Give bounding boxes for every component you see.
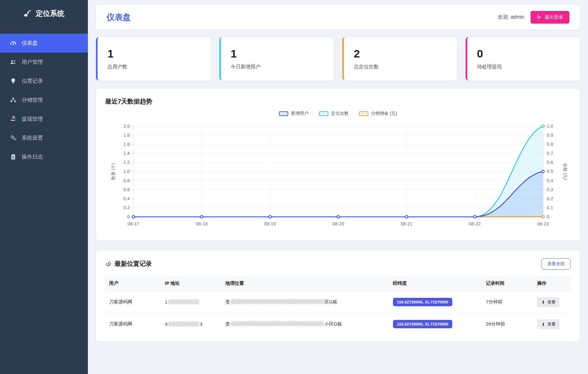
legend-swatch bbox=[319, 111, 328, 116]
svg-text:0.8: 0.8 bbox=[547, 142, 553, 147]
redacted-blur bbox=[230, 299, 324, 304]
records-table-body: 刀客源码网1贵区G栋116.52720000, 31.715700007分钟前查… bbox=[105, 291, 571, 335]
stat-value: 1 bbox=[107, 48, 201, 60]
trend-chart-svg: 000.20.10.40.20.60.30.80.41.00.51.20.61.… bbox=[105, 119, 571, 235]
coords-badge: 116.52720000, 31.71570000 bbox=[393, 298, 453, 306]
view-icon bbox=[541, 300, 545, 304]
records-table: 用户IP 地址地理位置经纬度记录时间操作 刀客源码网1贵区G栋116.52720… bbox=[105, 276, 571, 335]
redacted-blur bbox=[168, 321, 199, 326]
svg-text:08-18: 08-18 bbox=[196, 221, 208, 226]
sidebar-item-7[interactable]: 操作日志 bbox=[0, 147, 88, 166]
stat-card-1: 1总用户数 bbox=[96, 37, 211, 81]
page-title: 仪表盘 bbox=[107, 12, 131, 23]
ip-cell: 1 bbox=[161, 291, 222, 313]
svg-text:0.7: 0.7 bbox=[547, 151, 553, 156]
records-title: 最新位置记录 bbox=[105, 260, 152, 268]
view-button-label: 查看 bbox=[547, 321, 555, 327]
legend-swatch bbox=[279, 111, 288, 116]
sidebar-item-4[interactable]: 分销管理 bbox=[0, 90, 88, 109]
svg-text:2.0: 2.0 bbox=[123, 124, 130, 129]
svg-text:$: $ bbox=[13, 116, 14, 118]
stat-label: 总定位次数 bbox=[354, 64, 447, 70]
svg-text:1.8: 1.8 bbox=[123, 133, 130, 138]
trend-chart: 000.20.10.40.20.60.30.80.41.00.51.20.61.… bbox=[105, 119, 571, 235]
visible-suffix: 区G栋 bbox=[324, 299, 337, 304]
visible-prefix: 3 bbox=[165, 321, 167, 327]
sidebar-item-label: 提现管理 bbox=[22, 115, 43, 122]
svg-text:08-21: 08-21 bbox=[401, 221, 413, 226]
table-row-2: 刀客源码网33贵小区G栋116.52720000, 31.7157000026分… bbox=[105, 313, 571, 335]
sidebar-item-label: 操作日志 bbox=[22, 153, 43, 160]
records-table-header-row: 用户IP 地址地理位置经纬度记录时间操作 bbox=[105, 276, 571, 291]
sidebar-item-3[interactable]: 位置记录 bbox=[0, 72, 88, 90]
view-button-label: 查看 bbox=[547, 299, 555, 305]
visible-prefix: 1 bbox=[165, 299, 167, 305]
stat-value: 0 bbox=[477, 48, 570, 60]
sidebar-item-label: 位置记录 bbox=[22, 77, 43, 85]
app-logo: 定位系统 bbox=[0, 0, 88, 27]
chart-title: 最近7天数据趋势 bbox=[105, 97, 571, 106]
location-cell: 贵小区G栋 bbox=[221, 313, 389, 335]
svg-text:0.6: 0.6 bbox=[547, 160, 553, 165]
logout-button[interactable]: 退出登录 bbox=[531, 11, 569, 24]
legend-item-2[interactable]: 定位次数 bbox=[319, 111, 349, 116]
legend-label: 定位次数 bbox=[331, 111, 349, 116]
view-all-button[interactable]: 查看全部 bbox=[541, 258, 571, 270]
table-row-1: 刀客源码网1贵区G栋116.52720000, 31.715700007分钟前查… bbox=[105, 291, 571, 313]
svg-text:金额 (元): 金额 (元) bbox=[563, 163, 567, 180]
stat-label: 今日新增用户 bbox=[231, 64, 324, 70]
stat-card-4: 0待处理提现 bbox=[466, 37, 580, 81]
user-cell: 刀客源码网 bbox=[105, 313, 161, 335]
time-cell: 7分钟前 bbox=[482, 291, 533, 313]
records-header: 最新位置记录 查看全部 bbox=[105, 258, 571, 270]
visible-prefix: 贵 bbox=[225, 321, 230, 326]
svg-text:08-22: 08-22 bbox=[469, 221, 481, 226]
legend-label: 新增用户 bbox=[291, 111, 308, 116]
svg-text:0.4: 0.4 bbox=[547, 178, 553, 183]
sidebar-menu: 仪表盘用户管理位置记录分销管理$提现管理系统设置操作日志 bbox=[0, 27, 88, 166]
svg-text:0.1: 0.1 bbox=[547, 205, 553, 210]
stat-label: 总用户数 bbox=[107, 64, 201, 70]
view-button[interactable]: 查看 bbox=[537, 297, 559, 307]
sidebar-item-label: 系统设置 bbox=[22, 134, 43, 141]
sidebar-item-label: 分销管理 bbox=[22, 96, 43, 104]
map-pin-icon bbox=[10, 78, 16, 84]
user-cell: 刀客源码网 bbox=[105, 291, 161, 313]
visible-suffix: 小区G栋 bbox=[324, 321, 342, 326]
svg-text:08-17: 08-17 bbox=[128, 221, 139, 226]
sidebar: 定位系统 仪表盘用户管理位置记录分销管理$提现管理系统设置操作日志 bbox=[0, 0, 88, 374]
visible-prefix: 贵 bbox=[225, 299, 230, 304]
sidebar-item-5[interactable]: $提现管理 bbox=[0, 109, 88, 128]
column-header-4: 经纬度 bbox=[389, 276, 482, 291]
legend-item-3[interactable]: 分销佣金 (元) bbox=[359, 111, 397, 116]
action-cell: 查看 bbox=[533, 313, 571, 335]
logout-label: 退出登录 bbox=[545, 14, 563, 20]
view-button[interactable]: 查看 bbox=[537, 319, 559, 329]
records-title-text: 最新位置记录 bbox=[115, 260, 152, 268]
svg-text:0.2: 0.2 bbox=[547, 196, 553, 201]
svg-text:0.8: 0.8 bbox=[123, 178, 130, 183]
users-icon bbox=[10, 59, 16, 65]
column-header-5: 记录时间 bbox=[482, 276, 533, 291]
legend-item-1[interactable]: 新增用户 bbox=[279, 111, 308, 116]
svg-text:0.6: 0.6 bbox=[123, 187, 130, 192]
legend-swatch bbox=[359, 111, 368, 116]
svg-text:08-20: 08-20 bbox=[332, 221, 344, 226]
topbar-right: 欢迎, admin 退出登录 bbox=[498, 11, 569, 24]
sidebar-item-1[interactable]: 仪表盘 bbox=[0, 34, 88, 53]
column-header-2: IP 地址 bbox=[161, 276, 222, 291]
logout-icon bbox=[537, 15, 542, 20]
time-cell: 26分钟前 bbox=[482, 313, 533, 335]
svg-text:1.4: 1.4 bbox=[123, 151, 130, 156]
sidebar-item-2[interactable]: 用户管理 bbox=[0, 53, 88, 72]
sidebar-item-label: 仪表盘 bbox=[22, 39, 38, 47]
action-cell: 查看 bbox=[533, 291, 571, 313]
coords-badge: 116.52720000, 31.71570000 bbox=[393, 320, 453, 328]
coords-cell: 116.52720000, 31.71570000 bbox=[389, 313, 482, 335]
log-icon bbox=[10, 154, 16, 160]
svg-text:1.0: 1.0 bbox=[123, 169, 130, 174]
redacted-blur bbox=[230, 321, 324, 326]
view-icon bbox=[541, 322, 545, 326]
svg-text:0.5: 0.5 bbox=[547, 169, 553, 174]
sidebar-item-6[interactable]: 系统设置 bbox=[0, 128, 88, 147]
